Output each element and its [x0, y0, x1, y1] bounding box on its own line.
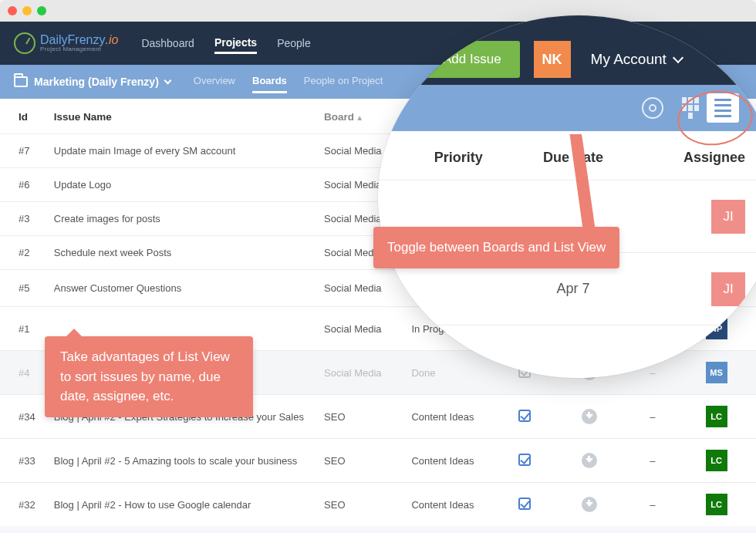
- chevron-down-icon: [164, 76, 171, 84]
- th-id[interactable]: Id: [0, 99, 46, 134]
- minimize-window-button[interactable]: [22, 6, 32, 15]
- th-issue-name[interactable]: Issue Name: [46, 99, 316, 134]
- bubble-th-assignee[interactable]: Assignee: [630, 150, 745, 166]
- brand-name: DailyFrenzy.io: [40, 34, 118, 46]
- my-account-menu[interactable]: My Account: [591, 51, 682, 68]
- my-account-label: My Account: [591, 51, 667, 68]
- maximize-window-button[interactable]: [37, 6, 46, 15]
- chevron-down-icon: [673, 52, 683, 63]
- window-titlebar: [0, 0, 756, 22]
- sub-tab-people-on-project[interactable]: People on Project: [304, 70, 383, 93]
- close-window-button[interactable]: [8, 6, 17, 15]
- priority-low-icon: [582, 453, 597, 468]
- list-view-button[interactable]: [707, 93, 739, 123]
- assignee-badge[interactable]: LC: [706, 450, 727, 471]
- folder-icon: [14, 76, 28, 87]
- callout-list-view: Take advantages of List View to sort iss…: [45, 336, 253, 417]
- assignee-badge[interactable]: JI: [711, 272, 745, 306]
- user-avatar[interactable]: NK: [534, 41, 571, 78]
- nav-item-projects[interactable]: Projects: [214, 33, 257, 54]
- assignee-badge[interactable]: MS: [706, 362, 727, 383]
- list-icon: [714, 99, 731, 117]
- check-icon: [518, 410, 531, 422]
- logo-icon: [14, 32, 35, 54]
- project-name: Marketing (Daily Frenzy): [34, 76, 159, 88]
- table-row[interactable]: #32Blog | April #2 - How to use Google c…: [0, 483, 756, 527]
- board-view-button[interactable]: [674, 93, 707, 123]
- nav-item-dashboard[interactable]: Dashboard: [141, 34, 194, 52]
- project-selector[interactable]: Marketing (Daily Frenzy): [14, 76, 170, 88]
- assignee-badge[interactable]: JI: [711, 200, 745, 234]
- nav-item-people[interactable]: People: [277, 34, 311, 52]
- assignee-badge[interactable]: LC: [706, 494, 727, 515]
- sub-tab-overview[interactable]: Overview: [194, 70, 235, 93]
- view-toggle: [674, 93, 739, 123]
- assignee-badge[interactable]: LC: [706, 406, 727, 427]
- callout-toggle-view: Toggle between Boards and List View: [373, 227, 619, 268]
- bubble-th-priority[interactable]: Priority: [401, 150, 516, 166]
- brand-tagline: Project Management: [40, 46, 118, 52]
- priority-low-icon: [582, 497, 597, 512]
- sub-tab-boards[interactable]: Boards: [252, 70, 287, 93]
- logo[interactable]: DailyFrenzy.io Project Management: [14, 32, 118, 54]
- priority-low-icon: [582, 409, 597, 424]
- board-icon: [682, 97, 699, 119]
- gear-icon[interactable]: [642, 97, 663, 119]
- th-board[interactable]: Board▲: [316, 99, 403, 134]
- check-icon: [518, 498, 531, 510]
- zoom-overlay: Add Issue NK My Account: [378, 15, 756, 378]
- table-row[interactable]: #33Blog | April #2 - 5 Amazing tools to …: [0, 439, 756, 483]
- check-icon: [518, 454, 531, 466]
